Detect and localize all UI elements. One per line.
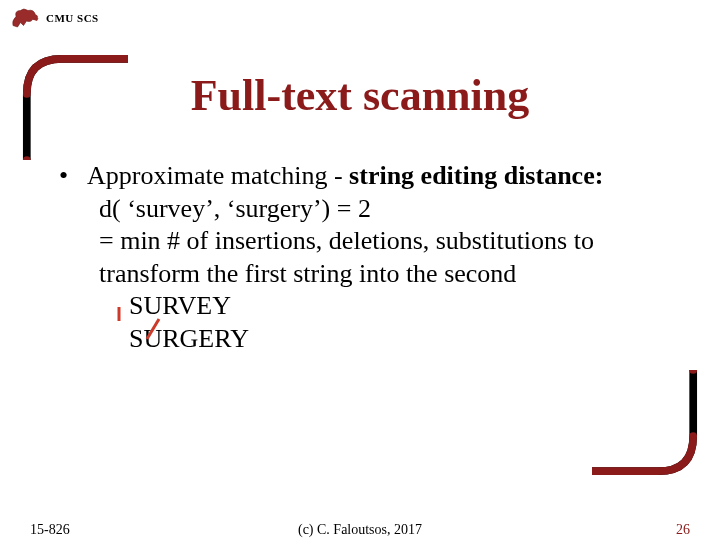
bullet-text: Approximate matching - string editing di… (87, 160, 655, 193)
slide-body: • Approximate matching - string editing … (55, 160, 655, 355)
corner-arc-bottom-right (592, 370, 702, 480)
substitution-mark-icon (145, 317, 163, 341)
insertion-mark-icon (113, 307, 127, 323)
footer-copyright: (c) C. Faloutsos, 2017 (0, 522, 720, 538)
bullet-line-3: = min # of insertions, deletions, substi… (55, 225, 655, 290)
svg-line-1 (147, 319, 159, 339)
slide-header: CMU SCS (10, 6, 99, 30)
slide-title: Full-text scanning (0, 70, 720, 121)
cmu-scotty-logo-icon (10, 6, 40, 30)
bullet-dot-icon: • (55, 160, 87, 193)
header-org-label: CMU SCS (46, 12, 99, 24)
example-word-2: SURGERY (55, 323, 655, 356)
bullet-bold: string editing distance: (349, 161, 603, 190)
bullet-lead: Approximate matching - (87, 161, 349, 190)
footer-page-number: 26 (676, 522, 690, 538)
bullet-line-2: d( ‘survey’, ‘surgery’) = 2 (55, 193, 655, 226)
